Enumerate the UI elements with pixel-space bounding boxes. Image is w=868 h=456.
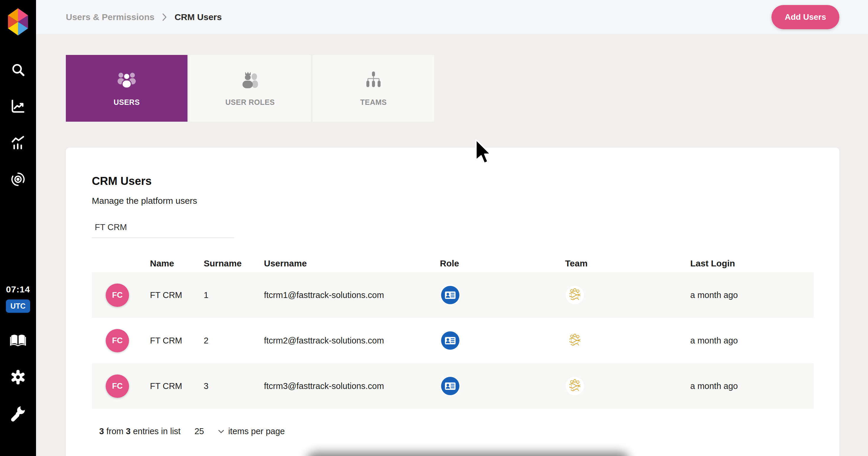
settings-gear-icon — [9, 369, 27, 386]
role-badge-icon[interactable] — [440, 376, 565, 396]
target-icon — [9, 171, 27, 188]
tab-users[interactable]: USERS — [66, 55, 187, 122]
utc-badge-label: UTC — [6, 300, 30, 313]
tab-teams[interactable]: TEAMS — [313, 55, 434, 122]
team-badge-icon[interactable] — [565, 286, 690, 304]
sidebar-tools-button[interactable] — [0, 404, 36, 423]
users-group-icon — [116, 70, 137, 89]
clock-time: 07:14 — [0, 283, 36, 296]
header-username: Username — [264, 259, 440, 269]
tab-user-roles[interactable]: USER ROLES — [189, 55, 311, 122]
table-row[interactable]: FC FT CRM 1 ftcrm1@fasttrack-solutions.c… — [92, 272, 814, 318]
cell-username: ftcrm3@fasttrack-solutions.com — [264, 381, 440, 391]
sidebar-reports-button[interactable] — [0, 133, 36, 153]
entries-label: entries in list — [130, 426, 180, 436]
user-filter-input[interactable] — [92, 218, 234, 238]
items-per-page-value: 25 — [194, 426, 204, 436]
cell-username: ftcrm1@fasttrack-solutions.com — [264, 290, 440, 300]
crm-users-card: CRM Users Manage the platform users Name… — [66, 148, 839, 456]
docs-book-icon — [10, 334, 26, 347]
bar-chart-icon — [10, 135, 26, 151]
page-subtitle: Manage the platform users — [92, 196, 839, 206]
cell-surname: 2 — [204, 336, 264, 345]
tab-strip: USERS USER ROLES — [66, 55, 434, 122]
sidebar-docs-button[interactable] — [0, 331, 36, 350]
table-row[interactable]: FC FT CRM 2 ftcrm2@fasttrack-solutions.c… — [92, 318, 814, 363]
main-content: USERS USER ROLES — [36, 34, 868, 456]
sidebar-target-button[interactable] — [0, 170, 36, 189]
entries-shown-count: 3 — [99, 426, 104, 436]
table-header: Name Surname Username Role Team Last Log… — [92, 254, 814, 272]
avatar[interactable]: FC — [106, 374, 129, 398]
cell-name: FT CRM — [150, 336, 204, 345]
header-last-login: Last Login — [690, 259, 814, 269]
tab-user-roles-label: USER ROLES — [225, 98, 275, 107]
sidebar-settings-button[interactable] — [0, 367, 36, 387]
cell-name: FT CRM — [150, 290, 204, 300]
time-label: 07:14 — [6, 284, 30, 295]
sidebar: 07:14 UTC — [0, 0, 36, 456]
cell-last-login: a month ago — [690, 336, 814, 345]
header-team: Team — [565, 259, 690, 269]
sidebar-analytics-button[interactable] — [0, 97, 36, 116]
add-users-button[interactable]: Add Users — [771, 5, 839, 29]
cell-surname: 1 — [204, 290, 264, 300]
top-bar: Users & Permissions CRM Users Add Users — [36, 0, 868, 34]
pagination-bar: 3 from 3 entries in list 25 items per pa… — [99, 426, 839, 436]
cell-surname: 3 — [204, 381, 264, 391]
timezone-badge[interactable]: UTC — [0, 299, 36, 313]
team-badge-icon[interactable] — [565, 377, 690, 395]
cell-last-login: a month ago — [690, 381, 814, 391]
header-surname: Surname — [204, 259, 264, 269]
tab-teams-label: TEAMS — [360, 98, 387, 107]
cell-last-login: a month ago — [690, 290, 814, 300]
cell-name: FT CRM — [150, 381, 204, 391]
entries-total-count: 3 — [126, 426, 130, 436]
chevron-down-icon — [218, 430, 224, 433]
entries-from-word: from — [104, 426, 126, 436]
role-badge-icon[interactable] — [440, 330, 565, 351]
sidebar-search-button[interactable] — [0, 61, 36, 80]
tab-users-label: USERS — [114, 98, 140, 107]
page-title: CRM Users — [92, 175, 839, 187]
breadcrumb: Users & Permissions CRM Users — [66, 12, 222, 22]
avatar[interactable]: FC — [106, 329, 129, 352]
user-roles-icon — [239, 70, 261, 89]
table-row[interactable]: FC FT CRM 3 ftcrm3@fasttrack-solutions.c… — [92, 363, 814, 409]
search-icon — [9, 62, 27, 79]
breadcrumb-current: CRM Users — [175, 12, 222, 22]
chevron-right-icon — [162, 13, 167, 21]
avatar[interactable]: FC — [106, 283, 129, 307]
teams-orgchart-icon — [364, 70, 383, 89]
breadcrumb-parent[interactable]: Users & Permissions — [66, 12, 154, 22]
app-logo[interactable] — [0, 6, 36, 37]
line-chart-icon — [10, 98, 26, 115]
cell-username: ftcrm2@fasttrack-solutions.com — [264, 336, 440, 345]
items-per-page-label: items per page — [228, 426, 285, 436]
header-name: Name — [150, 259, 204, 269]
team-badge-icon[interactable] — [565, 331, 690, 350]
tools-wrench-icon — [10, 405, 26, 422]
bottom-shadow — [307, 452, 629, 456]
role-badge-icon[interactable] — [440, 285, 565, 305]
items-per-page-select[interactable]: 25 items per page — [194, 426, 285, 436]
logo-icon — [6, 8, 30, 36]
header-role: Role — [440, 259, 565, 269]
